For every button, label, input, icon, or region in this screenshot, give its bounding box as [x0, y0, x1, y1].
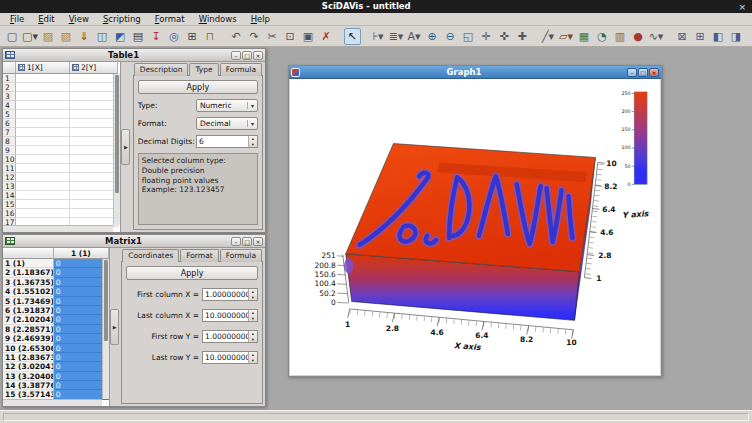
toolbar-draw-line[interactable]: ╱▾	[540, 28, 557, 45]
toolbar-plot-polygons[interactable]: ◧	[710, 28, 727, 45]
matrix-row-header[interactable]: 6 (1.91837)	[3, 306, 54, 315]
table1-titlebar[interactable]: Table1 – □ ×	[3, 49, 265, 62]
table-row-header[interactable]: 13	[3, 182, 16, 191]
decimal-digits-spinner[interactable]: 6▴▾	[196, 135, 258, 148]
matrix-row-header[interactable]: 8 (2.28571)	[3, 325, 54, 334]
coordinate-spinner-1[interactable]: 10.0000000▴▾	[202, 309, 258, 322]
table-row-header[interactable]: 2	[3, 83, 16, 92]
table1-tab-type[interactable]: Type	[189, 63, 218, 76]
coordinate-spinner-0[interactable]: 1.00000000▴▾	[202, 288, 258, 301]
matrix1-titlebar[interactable]: Matrix1 – □ ×	[3, 235, 265, 248]
table-cell[interactable]	[70, 182, 118, 191]
table-column-header-1[interactable]: 1[X]	[16, 62, 70, 74]
matrix1-close-button[interactable]: ×	[253, 237, 263, 246]
table-cell[interactable]	[70, 128, 118, 137]
toolbar-rescale[interactable]: ◱	[460, 28, 477, 45]
scrollbar-thumb[interactable]	[104, 260, 108, 341]
table-cell[interactable]	[16, 137, 70, 146]
matrix-cell-selected[interactable]: 0	[54, 278, 109, 287]
table-row-header[interactable]: 6	[3, 119, 16, 128]
table-cell[interactable]	[16, 200, 70, 209]
coordinate-spinner-2[interactable]: 1.00000000▴▾	[202, 330, 258, 343]
table-cell[interactable]	[70, 164, 118, 173]
table1-minimize-button[interactable]: –	[231, 51, 241, 60]
table-cell[interactable]	[70, 191, 118, 200]
matrix-cell-selected[interactable]: 0	[54, 287, 109, 296]
table-cell[interactable]	[16, 191, 70, 200]
table-row-header[interactable]: 14	[3, 191, 16, 200]
toolbar-save-project[interactable]: ◫	[94, 28, 111, 45]
table-row-header[interactable]: 3	[3, 92, 16, 101]
table-cell[interactable]	[16, 83, 70, 92]
table-column-header-2[interactable]: 2[Y]	[70, 62, 118, 74]
matrix-cell-selected[interactable]: 0	[54, 334, 109, 343]
graph1-minimize-button[interactable]: –	[627, 68, 637, 77]
matrix-cell-selected[interactable]: 0	[54, 306, 109, 315]
table1-close-button[interactable]: ×	[253, 51, 263, 60]
toolbar-paste[interactable]: ▣	[300, 28, 317, 45]
spinner-arrows[interactable]: ▴▾	[248, 310, 257, 321]
toolbar-screen-reader[interactable]: ✛	[478, 28, 495, 45]
matrix-row-header[interactable]: 9 (2.46939)	[3, 334, 54, 343]
surface-plot-3d[interactable]: 251 200.8 150.6 100.4 50.2 0 1	[290, 79, 660, 375]
matrix-corner-cell[interactable]	[3, 248, 54, 259]
toolbar-pointer[interactable]: ↖	[344, 28, 361, 45]
table-cell[interactable]	[70, 92, 118, 101]
spinner-arrows[interactable]: ▴▾	[248, 289, 257, 300]
matrix-cell-selected[interactable]: 0	[54, 315, 109, 324]
plot-canvas[interactable]: 251 200.8 150.6 100.4 50.2 0 1	[290, 79, 660, 375]
toolbar-undo[interactable]: ↶	[228, 28, 245, 45]
matrix-cell-selected[interactable]: 0	[54, 325, 109, 334]
matrix-panel-expander[interactable]: ▶	[110, 309, 119, 345]
graph1-titlebar[interactable]: Graph1 – □ ×	[289, 66, 661, 79]
table-horizontal-scrollbar[interactable]	[3, 225, 113, 232]
table-row-header[interactable]: 4	[3, 101, 16, 110]
toolbar-open-project[interactable]: ▨	[40, 28, 57, 45]
table-cell[interactable]	[16, 209, 70, 218]
menu-edit[interactable]: Edit	[31, 13, 61, 25]
table-cell[interactable]	[16, 119, 70, 128]
matrix-cell-selected[interactable]: 0	[54, 362, 109, 371]
toolbar-copy[interactable]: ⊡	[282, 28, 299, 45]
table-panel-expander[interactable]: ▶	[121, 129, 130, 165]
toolbar-cut[interactable]: ✂	[264, 28, 281, 45]
matrix-row-header[interactable]: 2 (1.18367)	[3, 268, 54, 277]
table-corner-cell[interactable]	[3, 62, 16, 74]
matrix-row-header[interactable]: 10 (2.65306)	[3, 344, 54, 353]
toolbar-add-function[interactable]: ▱▾	[558, 28, 575, 45]
toolbar-open-template[interactable]: ▧	[58, 28, 75, 45]
format-select[interactable]: Decimal▾	[196, 117, 258, 130]
table-cell[interactable]	[16, 182, 70, 191]
table-cell[interactable]	[16, 110, 70, 119]
toolbar-add-image[interactable]: ▦	[576, 28, 593, 45]
table-row-header[interactable]: 15	[3, 200, 16, 209]
toolbar-add-text[interactable]: A▾	[406, 28, 423, 45]
scrollbar-thumb[interactable]	[115, 75, 119, 193]
table-cell[interactable]	[70, 101, 118, 110]
toolbar-zoom-in[interactable]: ⊕	[424, 28, 441, 45]
table-cell[interactable]	[70, 146, 118, 155]
table-cell[interactable]	[16, 128, 70, 137]
matrix1-maximize-button[interactable]: □	[242, 237, 252, 246]
table-cell[interactable]	[16, 155, 70, 164]
table-cell[interactable]	[70, 137, 118, 146]
matrix-row-header[interactable]: 11 (2.83673)	[3, 353, 54, 362]
spinner-arrows[interactable]: ▴▾	[248, 136, 257, 147]
table-cell[interactable]	[70, 83, 118, 92]
matrix1-tab-format[interactable]: Format	[180, 249, 218, 262]
matrix-row-header[interactable]: 14 (3.38776)	[3, 381, 54, 390]
toolbar-plot-wireframe[interactable]: ⊠	[674, 28, 691, 45]
menu-scripting[interactable]: Scripting	[96, 13, 148, 25]
toolbar-find[interactable]: ◎	[166, 28, 183, 45]
spinner-arrows[interactable]: ▴▾	[248, 331, 257, 342]
table-row-header[interactable]: 16	[3, 209, 16, 218]
table-vertical-scrollbar[interactable]	[113, 74, 120, 225]
toolbar-select-data-range[interactable]: ✚	[514, 28, 531, 45]
matrix-cell-selected[interactable]: 0	[54, 353, 109, 362]
toolbar-import-ascii[interactable]: ⇓	[76, 28, 93, 45]
toolbar-new-aspect[interactable]: ▢▾	[22, 28, 39, 45]
table1-maximize-button[interactable]: □	[242, 51, 252, 60]
table-cell[interactable]	[70, 173, 118, 182]
matrix-horizontal-scrollbar[interactable]	[3, 399, 102, 406]
toolbar-delete[interactable]: ✗	[318, 28, 335, 45]
